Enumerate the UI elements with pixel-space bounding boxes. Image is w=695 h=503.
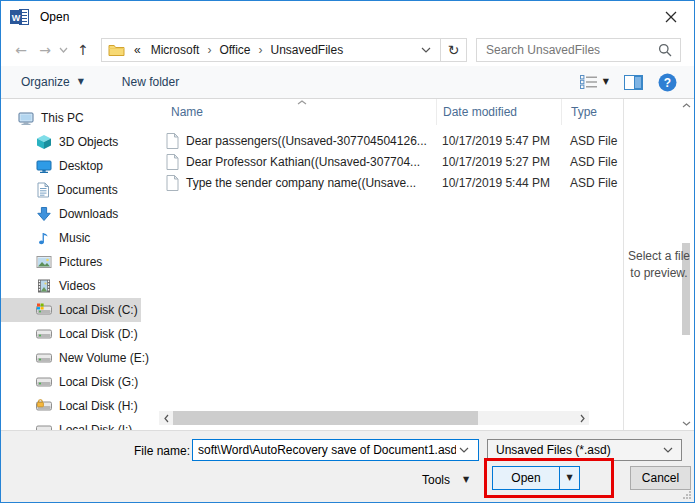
breadcrumb-item-unsavedfiles[interactable]: UnsavedFiles (265, 43, 350, 57)
picture-icon (36, 254, 52, 270)
organize-button[interactable]: Organize ▼ (21, 75, 84, 89)
film-icon (36, 278, 52, 294)
sidebar-item-this-pc[interactable]: This PC (1, 106, 141, 130)
sidebar-item-local-disk-h[interactable]: Local Disk (H:) (1, 394, 141, 418)
breadcrumb-collapse[interactable]: « (130, 43, 145, 57)
file-date-modified: 10/17/2019 5:27 PM (436, 155, 561, 169)
sidebar-item-documents[interactable]: Documents (1, 178, 141, 202)
address-bar[interactable]: «Microsoft›Office›UnsavedFiles ↻ (101, 38, 467, 62)
monitor-icon (36, 158, 52, 174)
sidebar-item-label: Downloads (59, 207, 118, 221)
page-icon (166, 175, 179, 191)
folder-icon (102, 43, 130, 57)
cancel-button[interactable]: Cancel (630, 466, 691, 490)
back-button[interactable]: ← (9, 42, 33, 58)
organize-label: Organize (21, 75, 70, 89)
sidebar-item-music[interactable]: Music (1, 226, 141, 250)
horizontal-scrollbar[interactable] (159, 411, 589, 425)
file-rows: Dear passengers((Unsaved-307704504126...… (155, 130, 623, 193)
open-dialog-window: W Open ← → ↑ «Microsoft›Office›UnsavedFi… (0, 0, 695, 503)
open-button[interactable]: Open (493, 467, 559, 489)
preview-pane-icon[interactable] (624, 75, 643, 90)
chevron-down-icon: ▼ (463, 476, 469, 484)
breadcrumb-item-microsoft[interactable]: Microsoft (145, 43, 206, 57)
chevron-down-icon (421, 47, 431, 53)
file-list: Name Date modified Type Dear passengers(… (155, 99, 623, 430)
search-icon (658, 43, 672, 57)
up-button[interactable]: ↑ (70, 42, 96, 58)
titlebar: W Open (1, 1, 694, 33)
column-header-date-modified[interactable]: Date modified (436, 99, 561, 125)
sidebar-item-new-volume-e[interactable]: New Volume (E:) (1, 346, 141, 370)
file-row-name-cell: Type the sender company name((Unsave... (155, 175, 436, 191)
column-header-type[interactable]: Type (561, 99, 623, 125)
scrollbar-track[interactable] (478, 411, 575, 425)
sidebar-item-local-disk-g[interactable]: Local Disk (G:) (1, 370, 141, 394)
toolbar-right-group: ▼ ? (580, 73, 677, 92)
chevron-down-icon: ▼ (78, 78, 84, 86)
file-row[interactable]: Dear passengers((Unsaved-307704504126...… (155, 130, 623, 151)
refresh-button[interactable]: ↻ (440, 39, 466, 61)
file-row-name-cell: Dear Professor Kathian((Unsaved-307704..… (155, 154, 436, 170)
new-folder-button[interactable]: New folder (122, 75, 179, 89)
sidebar-item-local-disk-d[interactable]: Local Disk (D:) (1, 322, 141, 346)
bottom-panel: File name: Unsaved Files (*.asd) Tools ▼… (1, 430, 694, 502)
address-dropdown-button[interactable] (412, 47, 440, 53)
file-date-modified: 10/17/2019 5:44 PM (436, 176, 561, 190)
sidebar-item-label: Local Disk (G:) (59, 375, 138, 389)
sidebar-item-label: This PC (41, 111, 84, 125)
sort-ascending-icon (297, 100, 307, 105)
sidebar-item-local-disk-c[interactable]: Local Disk (C:) (1, 298, 141, 322)
sidebar-item-videos[interactable]: Videos (1, 274, 141, 298)
scroll-left-icon[interactable] (159, 411, 173, 425)
sidebar-item-label: Local Disk (H:) (59, 399, 138, 413)
file-name: Type the sender company name((Unsave... (186, 176, 416, 190)
change-view-button[interactable]: ▼ (580, 75, 609, 89)
drive-icon (36, 351, 52, 365)
search-box[interactable] (476, 38, 681, 62)
file-row[interactable]: Type the sender company name((Unsave...1… (155, 172, 623, 193)
drive-icon (36, 327, 52, 341)
open-split-button[interactable]: Open ▼ (492, 466, 580, 490)
sidebar-item-pictures[interactable]: Pictures (1, 250, 141, 274)
breadcrumb-separator[interactable]: › (257, 43, 265, 57)
sidebar-item-downloads[interactable]: Downloads (1, 202, 141, 226)
close-button[interactable] (648, 1, 694, 33)
navigation-bar: ← → ↑ «Microsoft›Office›UnsavedFiles ↻ (1, 33, 694, 66)
file-name: Dear passengers((Unsaved-307704504126... (186, 134, 427, 148)
breadcrumb-item-office[interactable]: Office (213, 43, 256, 57)
file-name: Dear Professor Kathian((Unsaved-307704..… (186, 155, 420, 169)
preview-message: Select a file to preview. (627, 248, 691, 282)
scrollbar-thumb[interactable] (173, 411, 478, 425)
resize-grip-icon[interactable] (682, 490, 692, 500)
window-title: Open (40, 10, 69, 24)
sidebar-item-3d-objects[interactable]: 3D Objects (1, 130, 141, 154)
file-type-value: Unsaved Files (*.asd) (496, 443, 611, 457)
sidebar-item-label: Documents (57, 183, 118, 197)
sidebar-item-local-disk-i[interactable]: Local Disk (I:) (1, 418, 141, 430)
file-type: ASD File (561, 176, 623, 190)
file-row[interactable]: Dear Professor Kathian((Unsaved-307704..… (155, 151, 623, 172)
chevron-down-icon (59, 47, 68, 53)
sidebar-item-desktop[interactable]: Desktop (1, 154, 141, 178)
chevron-down-icon (663, 447, 673, 453)
open-dropdown-button[interactable]: ▼ (559, 467, 579, 489)
file-name-label: File name: (134, 444, 190, 458)
svg-text:W: W (12, 13, 21, 23)
forward-button[interactable]: → (33, 42, 57, 58)
chevron-down-icon: ▼ (566, 474, 572, 482)
file-type: ASD File (561, 155, 623, 169)
preview-pane: Select a file to preview. (623, 99, 694, 430)
drive-windows-icon (36, 303, 52, 317)
sidebar-item-label: Local Disk (D:) (59, 327, 138, 341)
file-name-dropdown-icon[interactable] (459, 447, 469, 453)
file-name-input[interactable] (192, 439, 479, 461)
recent-locations-dropdown[interactable] (57, 47, 70, 53)
column-header-name[interactable]: Name (155, 99, 436, 125)
sidebar-item-label: New Volume (E:) (59, 351, 149, 365)
breadcrumb: «Microsoft›Office›UnsavedFiles (130, 43, 349, 57)
tools-button[interactable]: Tools ▼ (422, 468, 469, 492)
scroll-right-icon[interactable] (575, 411, 589, 425)
help-icon[interactable]: ? (658, 73, 677, 92)
search-input[interactable] (486, 43, 658, 57)
